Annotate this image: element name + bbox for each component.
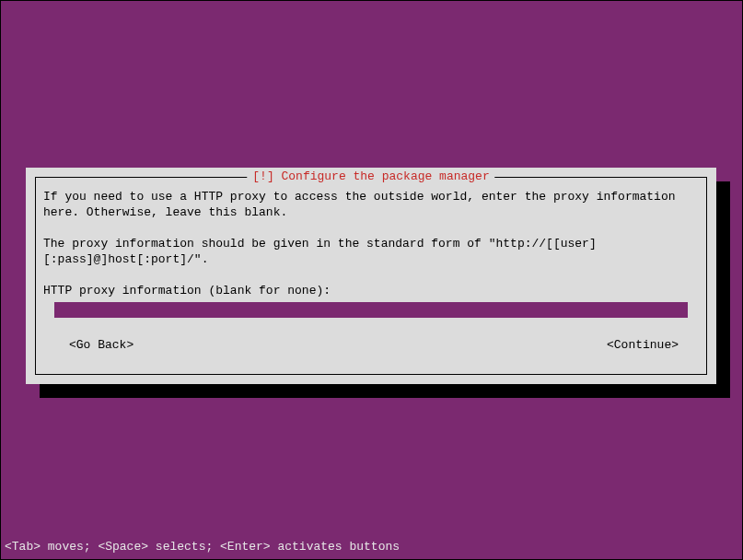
dialog-title: [!] Configure the package manager <box>247 169 494 183</box>
input-prompt: HTTP proxy information (blank for none): <box>43 283 699 298</box>
nav-row: <Go Back> <Continue> <box>43 338 699 352</box>
dialog: [!] Configure the package manager If you… <box>26 168 716 384</box>
instruction-para-1: If you need to use a HTTP proxy to acces… <box>43 189 699 220</box>
status-bar: <Tab> moves; <Space> selects; <Enter> ac… <box>5 540 400 554</box>
http-proxy-input[interactable] <box>54 302 688 318</box>
instruction-para-2: The proxy information should be given in… <box>43 236 699 267</box>
dialog-border: [!] Configure the package manager If you… <box>35 177 707 375</box>
input-container <box>54 302 688 318</box>
go-back-button[interactable]: <Go Back> <box>69 338 134 352</box>
dialog-content: If you need to use a HTTP proxy to acces… <box>43 189 699 298</box>
continue-button[interactable]: <Continue> <box>607 338 679 352</box>
